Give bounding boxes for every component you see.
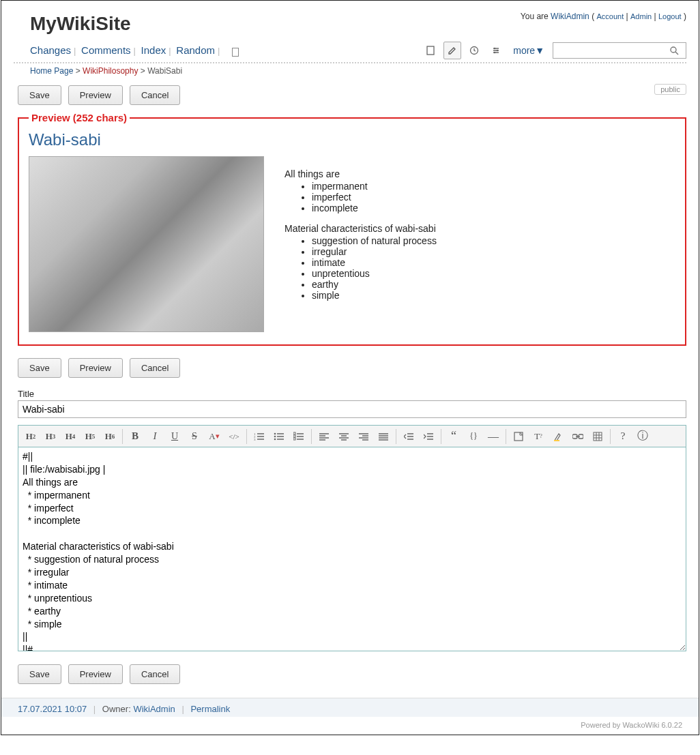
bold-button[interactable]: B [126,428,145,445]
svg-point-4 [494,52,496,54]
svg-point-3 [497,50,499,52]
list-item: impermanent [312,181,437,192]
preview-p2: Material characteristics of wabi-sabi [285,223,437,234]
outdent-button[interactable] [399,428,418,445]
list-item: irregular [312,246,437,257]
link-button[interactable] [568,428,587,445]
h6-button[interactable]: H6 [100,428,119,445]
h4-button[interactable]: H4 [61,428,80,445]
footnote-button[interactable]: T? [529,428,548,445]
view-icon[interactable] [422,42,439,59]
align-justify-button[interactable] [374,428,393,445]
align-center-button[interactable] [334,428,353,445]
owner-link[interactable]: WikiAdmin [133,704,175,714]
breadcrumb-current: WabiSabi [147,66,182,76]
nav-random[interactable]: Random [176,44,215,56]
save-button[interactable]: Save [18,85,61,105]
owner-label: Owner: [102,704,131,714]
quote-button[interactable]: “ [444,428,463,445]
title-input[interactable] [18,400,686,418]
svg-text:3: 3 [254,438,256,441]
list-item: simple [312,290,437,301]
hr-button[interactable]: — [484,428,503,445]
editor-textarea[interactable] [18,447,686,651]
ul-button[interactable] [269,428,289,445]
search-icon[interactable] [669,46,679,55]
history-icon[interactable] [465,42,483,59]
list-item: intimate [312,257,437,268]
search-input[interactable] [553,44,669,57]
indent-button[interactable] [419,428,438,445]
preview-list2: suggestion of natural process irregular … [312,235,437,301]
breadcrumb-parent[interactable]: WikiPhilosophy [83,66,138,76]
textcolor-button[interactable]: A▾ [205,428,224,445]
save-button[interactable]: Save [18,358,61,378]
checklist-button[interactable] [289,428,308,445]
breadcrumb-home[interactable]: Home Page [30,66,73,76]
edit-icon[interactable] [443,42,461,59]
ol-button[interactable]: 123 [250,428,269,445]
help-button[interactable]: ? [613,428,632,445]
preview-image [29,156,264,332]
cancel-button[interactable]: Cancel [130,85,180,105]
breadcrumb-sep: > [76,66,81,76]
list-item: suggestion of natural process [312,235,437,246]
save-button[interactable]: Save [18,664,61,684]
preview-list1: impermanent imperfect incomplete [312,181,437,213]
list-item: incomplete [312,203,437,213]
breadcrumb-sep: > [141,66,145,76]
info-button[interactable]: ⓘ [633,428,652,445]
user-prefix: You are [521,12,549,21]
preview-button[interactable]: Preview [68,664,123,684]
preview-button[interactable]: Preview [68,358,123,378]
highlight-button[interactable] [549,428,568,445]
search-box [553,42,686,59]
preview-p1: All things are [285,168,437,179]
preview-content: All things are impermanent imperfect inc… [285,156,437,310]
italic-button[interactable]: I [145,428,164,445]
svg-point-5 [671,47,676,53]
breadcrumb: Home Page > WikiPhilosophy > WabiSabi [14,63,686,81]
preview-heading: Wabi-sabi [29,130,675,149]
permalink-link[interactable]: Permalink [190,704,230,714]
h5-button[interactable]: H5 [81,428,100,445]
editor-toolbar: H2 H3 H4 H5 H6 B I U S A▾ </> 123 “ {} —… [18,425,686,447]
more-dropdown[interactable]: more▼ [513,45,544,56]
user-name-link[interactable]: WikiAdmin [551,12,589,21]
underline-button[interactable]: U [165,428,184,445]
nav-comments[interactable]: Comments [81,44,131,56]
code-button[interactable]: </> [224,428,244,445]
cancel-button[interactable]: Cancel [130,358,180,378]
admin-link[interactable]: Admin [630,12,652,20]
timestamp-link[interactable]: 17.07.2021 10:07 [18,704,87,714]
align-left-button[interactable] [315,428,334,445]
logout-link[interactable]: Logout [658,12,682,20]
settings-icon[interactable] [487,42,505,59]
braces-button[interactable]: {} [464,428,483,445]
list-item: earthy [312,279,437,290]
note-button[interactable] [509,428,528,445]
main-nav: Changes| Comments| Index| Random| [30,44,239,56]
preview-button[interactable]: Preview [68,85,123,105]
footer: 17.07.2021 10:07 | Owner: WikiAdmin | Pe… [1,698,699,717]
nav-index[interactable]: Index [141,44,166,56]
h3-button[interactable]: H3 [41,428,60,445]
list-item: imperfect [312,192,437,203]
cancel-button[interactable]: Cancel [130,664,180,684]
bookmark-icon[interactable] [232,48,239,57]
svg-point-12 [274,438,276,440]
title-label: Title [1,385,699,400]
preview-legend: Preview (252 chars) [29,112,130,123]
align-right-button[interactable] [354,428,373,445]
svg-line-6 [675,52,678,55]
list-item: unpretentious [312,268,437,279]
user-info: You are WikiAdmin ( Account | Admin | Lo… [521,8,686,21]
table-button[interactable] [588,428,607,445]
svg-rect-14 [293,435,295,437]
svg-point-10 [274,432,276,434]
public-badge: public [654,84,686,95]
account-link[interactable]: Account [596,12,624,20]
h2-button[interactable]: H2 [21,428,40,445]
strike-button[interactable]: S [185,428,204,445]
nav-changes[interactable]: Changes [30,44,71,56]
